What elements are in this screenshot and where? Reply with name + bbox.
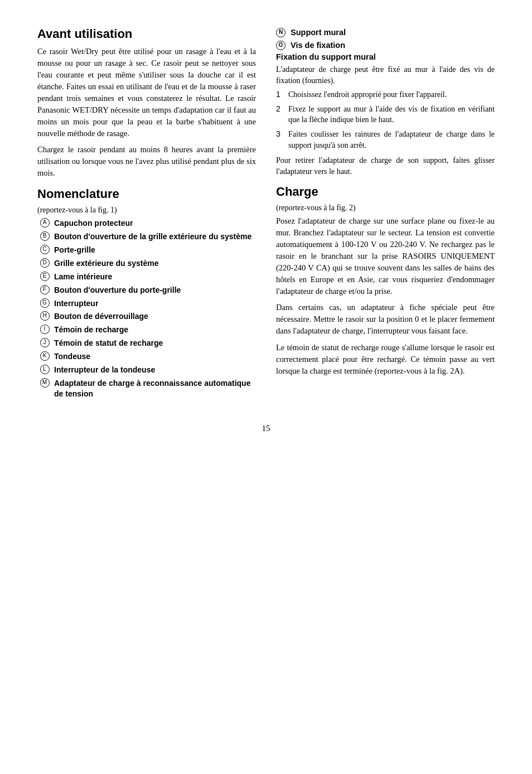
charge-paragraph-2: Dans certains cas, un adaptateur à fiche… (276, 302, 495, 337)
step-text: Faites coulisser les rainures de l'adapt… (288, 129, 495, 151)
nom-item-c: CPorte-grille (37, 245, 256, 255)
avant-utilisation-title: Avant utilisation (37, 27, 256, 41)
step-text: Fixez le support au mur à l'aide des vis… (288, 104, 495, 125)
nom-item-h: HBouton de déverrouillage (37, 311, 256, 322)
page: Avant utilisation Ce rasoir Wet/Dry peut… (21, 0, 511, 467)
nom-item-b: BBouton d'ouverture de la grille extérie… (37, 231, 256, 242)
step-number: 1 (276, 89, 286, 100)
step-number: 3 (276, 129, 286, 140)
left-column: Avant utilisation Ce rasoir Wet/Dry peut… (37, 27, 256, 407)
fixation-step-3: 3Faites coulisser les rainures de l'adap… (276, 129, 495, 151)
circle-l: L (37, 365, 52, 374)
circle-i: I (37, 325, 52, 334)
fixation-step-1: 1Choisissez l'endroit approprié pour fix… (276, 89, 495, 100)
circle-j: J (37, 338, 52, 347)
circle-g: G (37, 298, 52, 308)
right-column: N Support mural O Vis de fixation Fixati… (276, 27, 495, 407)
charge-paragraph-3: Le témoin de statut de recharge rouge s'… (276, 342, 495, 377)
nom-item-f: FBouton d'ouverture du porte-grille (37, 285, 256, 296)
nom-item-m: MAdaptateur de charge à reconnaissance a… (37, 378, 256, 399)
support-mural-item: N Support mural O Vis de fixation (276, 27, 495, 50)
avant-utilisation-section: Avant utilisation Ce rasoir Wet/Dry peut… (37, 27, 256, 179)
circle-b: B (37, 231, 52, 241)
nom-item-g: GInterrupteur (37, 298, 256, 309)
nomenclature-section: Nomenclature (reportez-vous à la fig. 1)… (37, 187, 256, 399)
circle-h: H (37, 311, 52, 321)
nomenclature-list: ACapuchon protecteurBBouton d'ouverture … (37, 218, 256, 399)
step-number: 2 (276, 104, 286, 115)
nom-item-text: Interrupteur (54, 298, 98, 309)
fixation-step-2: 2Fixez le support au mur à l'aide des vi… (276, 104, 495, 125)
nom-item-k: KTondeuse (37, 351, 256, 362)
avant-paragraph-2: Chargez le rasoir pendant au moins 8 heu… (37, 144, 256, 179)
nom-item-text: Bouton d'ouverture de la grille extérieu… (54, 231, 252, 242)
circle-m: M (37, 378, 52, 388)
nom-item-d: DGrille extérieure du système (37, 258, 256, 269)
fixation-intro: L'adaptateur de charge peut être fixé au… (276, 64, 495, 86)
nom-item-text: Témoin de recharge (54, 325, 128, 335)
charge-ref: (reportez-vous à la fig. 2) (276, 204, 495, 212)
nomenclature-title: Nomenclature (37, 187, 256, 201)
nom-item-text: Porte-grille (54, 245, 95, 255)
charge-title: Charge (276, 185, 495, 199)
page-number: 15 (37, 424, 495, 433)
nom-item-i: ITémoin de recharge (37, 325, 256, 335)
nom-item-text: Grille extérieure du système (54, 258, 159, 269)
nom-item-text: Bouton d'ouverture du porte-grille (54, 285, 181, 296)
avant-paragraph-1: Ce rasoir Wet/Dry peut être utilisé pour… (37, 46, 256, 139)
nom-item-a: ACapuchon protecteur (37, 218, 256, 229)
circle-c: C (37, 245, 52, 254)
nom-item-text: Bouton de déverrouillage (54, 311, 148, 322)
nomenclature-ref: (reportez-vous à la fig. 1) (37, 206, 256, 215)
nom-item-e: ELame intérieure (37, 272, 256, 282)
nom-item-j: JTémoin de statut de recharge (37, 338, 256, 349)
nom-item-text: Lame intérieure (54, 272, 112, 282)
step-text: Choisissez l'endroit approprié pour fixe… (288, 89, 447, 100)
nom-item-text: Capuchon protecteur (54, 218, 133, 229)
circle-d: D (37, 258, 52, 268)
fixation-title: Fixation du support mural (276, 52, 495, 61)
circle-k: K (37, 351, 52, 361)
n-circle: N (276, 27, 291, 37)
circle-a: A (37, 218, 52, 228)
o-circle: O (276, 40, 291, 50)
charge-section: Charge (reportez-vous à la fig. 2) Posez… (276, 185, 495, 376)
vis-fixation-label: Vis de fixation (291, 41, 345, 50)
circle-f: F (37, 285, 52, 294)
nom-item-text: Interrupteur de la tondeuse (54, 365, 155, 375)
nom-item-text: Adaptateur de charge à reconnaissance au… (54, 378, 256, 399)
support-items-section: N Support mural O Vis de fixation Fixati… (276, 27, 495, 177)
fixation-steps-list: 1Choisissez l'endroit approprié pour fix… (276, 89, 495, 151)
nom-item-text: Témoin de statut de recharge (54, 338, 163, 349)
charge-paragraph-1: Posez l'adaptateur de charge sur une sur… (276, 215, 495, 297)
nom-item-l: LInterrupteur de la tondeuse (37, 365, 256, 375)
fixation-outro: Pour retirer l'adaptateur de charge de s… (276, 155, 495, 177)
support-mural-label: Support mural (291, 28, 346, 37)
circle-e: E (37, 272, 52, 281)
nom-item-text: Tondeuse (54, 351, 90, 362)
